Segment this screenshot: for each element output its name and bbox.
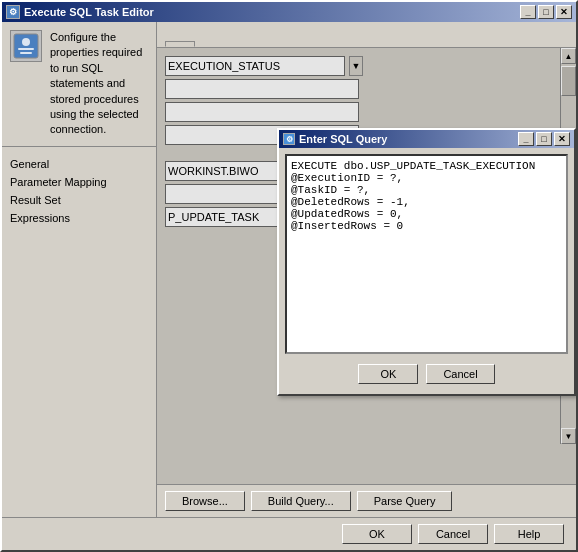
- dialog-icon: ⚙: [283, 133, 295, 145]
- dialog-ok-button[interactable]: OK: [358, 364, 418, 384]
- action-buttons-area: Browse... Build Query... Parse Query: [157, 484, 576, 517]
- main-help-button[interactable]: Help: [494, 524, 564, 544]
- sql-textarea-wrapper: EXECUTE dbo.USP_UPDATE_TASK_EXECUTION @E…: [285, 154, 568, 354]
- dialog-controls: _ □ ✕: [518, 132, 570, 146]
- nav-parameter-mapping[interactable]: Parameter Mapping: [2, 173, 156, 191]
- nav-result-set[interactable]: Result Set: [2, 191, 156, 209]
- fields-area: EXECUTION_STATUS ▼: [157, 48, 576, 484]
- close-button[interactable]: ✕: [556, 5, 572, 19]
- dialog-content: EXECUTE dbo.USP_UPDATE_TASK_EXECUTION @E…: [279, 148, 574, 394]
- dialog-maximize[interactable]: □: [536, 132, 552, 146]
- dialog-cancel-button[interactable]: Cancel: [426, 364, 494, 384]
- window-controls: _ □ ✕: [520, 5, 572, 19]
- main-titlebar: ⚙ Execute SQL Task Editor _ □ ✕: [2, 2, 576, 22]
- build-query-button[interactable]: Build Query...: [251, 491, 351, 511]
- parse-query-button[interactable]: Parse Query: [357, 491, 453, 511]
- nav-expressions[interactable]: Expressions: [2, 209, 156, 227]
- right-panel: EXECUTION_STATUS ▼: [157, 22, 576, 517]
- active-tab[interactable]: [165, 41, 195, 47]
- main-buttons-area: OK Cancel Help: [2, 517, 576, 550]
- maximize-button[interactable]: □: [538, 5, 554, 19]
- window-title: Execute SQL Task Editor: [24, 6, 520, 18]
- dialog-titlebar: ⚙ Enter SQL Query _ □ ✕: [279, 130, 574, 148]
- header-section: Configure the properties required to run…: [2, 22, 156, 147]
- dialog-close[interactable]: ✕: [554, 132, 570, 146]
- nav-list: General Parameter Mapping Result Set Exp…: [2, 147, 156, 235]
- nav-general[interactable]: General: [2, 155, 156, 173]
- main-ok-button[interactable]: OK: [342, 524, 412, 544]
- minimize-button[interactable]: _: [520, 5, 536, 19]
- left-panel: Configure the properties required to run…: [2, 22, 157, 517]
- main-cancel-button[interactable]: Cancel: [418, 524, 488, 544]
- dialog-title: Enter SQL Query: [299, 133, 518, 145]
- sql-textarea[interactable]: EXECUTE dbo.USP_UPDATE_TASK_EXECUTION @E…: [287, 156, 566, 352]
- browse-button[interactable]: Browse...: [165, 491, 245, 511]
- modal-overlay: ⚙ Enter SQL Query _ □ ✕: [157, 48, 576, 484]
- dialog-minimize[interactable]: _: [518, 132, 534, 146]
- main-window: ⚙ Execute SQL Task Editor _ □ ✕: [0, 0, 578, 552]
- dialog-buttons: OK Cancel: [285, 360, 568, 388]
- svg-rect-2: [18, 48, 34, 50]
- header-description: Configure the properties required to run…: [50, 30, 148, 138]
- tabs-area: [157, 22, 576, 48]
- svg-point-1: [22, 38, 30, 46]
- app-icon: ⚙: [6, 5, 20, 19]
- main-content-area: Configure the properties required to run…: [2, 22, 576, 517]
- header-icon: [10, 30, 42, 62]
- svg-rect-3: [20, 52, 32, 54]
- sql-dialog: ⚙ Enter SQL Query _ □ ✕: [277, 128, 576, 396]
